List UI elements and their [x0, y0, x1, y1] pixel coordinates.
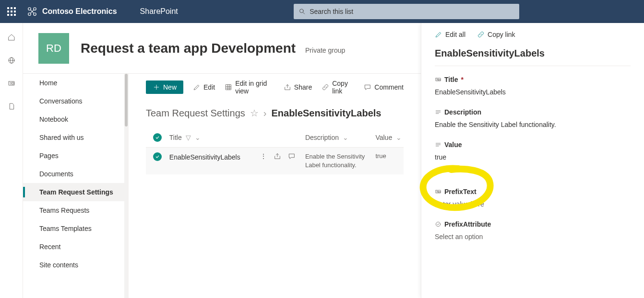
field-description: Description Enable the Sensitivity Label… — [435, 108, 631, 128]
comment-row-icon[interactable] — [288, 152, 296, 161]
link-icon — [477, 31, 485, 38]
field-prefixattribute-placeholder[interactable]: Select an option — [435, 233, 631, 241]
suite-bar: Contoso Electronics SharePoint — [0, 0, 644, 23]
chevron-down-icon[interactable]: ⌄ — [396, 134, 402, 141]
edit-grid-label: Edit in grid view — [235, 80, 274, 95]
edit-label: Edit — [203, 83, 215, 91]
svg-rect-14 — [12, 82, 13, 84]
news-icon[interactable] — [7, 79, 16, 88]
col-title-header[interactable]: Title — [169, 134, 182, 141]
chevron-right-icon: › — [263, 108, 267, 119]
comment-icon — [364, 83, 371, 91]
nav-item-recent[interactable]: Recent — [23, 238, 128, 256]
field-title-value[interactable]: EnableSensitivityLabels — [435, 88, 631, 96]
nav-item-pages[interactable]: Pages — [23, 147, 128, 165]
svg-point-32 — [436, 222, 440, 226]
files-icon[interactable] — [7, 102, 16, 111]
svg-text:Abc: Abc — [437, 191, 441, 193]
edit-grid-button[interactable]: Edit in grid view — [225, 80, 274, 95]
field-prefixtext-label: PrefixText — [444, 188, 477, 195]
favorite-star-icon[interactable]: ☆ — [250, 107, 259, 119]
nav-item-site-contents[interactable]: Site contents — [23, 256, 128, 274]
row-title[interactable]: EnableSensitivityLabels — [169, 153, 240, 161]
share-row-icon[interactable] — [274, 152, 281, 161]
copy-link-panel-label: Copy link — [488, 31, 515, 38]
field-prefixattribute-label: PrefixAttribute — [444, 220, 491, 228]
detail-panel: Edit all Copy link EnableSensitivityLabe… — [421, 23, 644, 298]
field-prefixtext-placeholder[interactable]: Enter value here — [435, 200, 631, 208]
field-title: Abc Title * EnableSensitivityLabels — [435, 76, 631, 96]
brand-name: Contoso Electronics — [42, 7, 117, 16]
more-icon[interactable]: ⋮ — [260, 152, 267, 161]
choice-icon — [435, 221, 441, 228]
edit-button[interactable]: Edit — [193, 83, 215, 91]
brand-logo-icon — [27, 6, 37, 17]
link-icon — [322, 83, 329, 91]
field-title-label: Title — [444, 76, 458, 83]
nav-item-shared-with-us[interactable]: Shared with us — [23, 128, 128, 147]
multiline-icon — [435, 141, 441, 148]
search-box[interactable] — [294, 4, 519, 19]
field-value-label: Value — [444, 141, 462, 149]
comment-button[interactable]: Comment — [364, 83, 404, 91]
search-input[interactable] — [310, 8, 514, 15]
col-description-header[interactable]: Description — [305, 134, 339, 141]
copy-link-button[interactable]: Copy link — [322, 80, 354, 95]
nav-item-team-request-settings[interactable]: Team Request Settings — [23, 183, 128, 201]
field-prefixattribute: PrefixAttribute Select an option — [435, 220, 631, 241]
home-icon[interactable] — [7, 33, 16, 42]
field-prefixtext: Abc PrefixText Enter value here — [435, 188, 631, 208]
svg-rect-17 — [226, 85, 231, 90]
grid-icon — [225, 83, 232, 91]
copy-link-panel-button[interactable]: Copy link — [477, 31, 515, 38]
table-row[interactable]: EnableSensitivityLabels ⋮ Enable the Sen… — [146, 148, 404, 174]
edit-all-button[interactable]: Edit all — [435, 31, 465, 38]
list-table: Title ▽ ⌄ Description ⌄ Value ⌄ EnableSe… — [129, 127, 421, 174]
breadcrumb-current: EnableSensitivityLabels — [271, 108, 381, 119]
pencil-icon — [193, 83, 201, 91]
breadcrumb: Team Request Settings ☆ › EnableSensitiv… — [129, 101, 421, 127]
nav-item-documents[interactable]: Documents — [23, 165, 128, 183]
globe-icon[interactable] — [7, 56, 16, 65]
select-all-toggle[interactable] — [153, 133, 162, 142]
site-title[interactable]: Request a team app Development — [81, 41, 296, 56]
row-select-toggle[interactable] — [153, 152, 162, 161]
new-button[interactable]: New — [146, 80, 183, 94]
nav-item-teams-templates[interactable]: Teams Templates — [23, 219, 128, 238]
field-description-label: Description — [444, 108, 481, 116]
app-name[interactable]: SharePoint — [140, 7, 178, 16]
field-value: Value true — [435, 141, 631, 161]
nav-item-notebook[interactable]: Notebook — [23, 110, 128, 128]
main-content: New Edit Edit in grid view Share Copy li… — [129, 74, 421, 298]
svg-point-6 — [300, 9, 304, 13]
nav-item-home[interactable]: Home — [23, 74, 128, 92]
field-value-value[interactable]: true — [435, 153, 631, 161]
filter-icon[interactable]: ▽ — [186, 134, 191, 141]
table-header: Title ▽ ⌄ Description ⌄ Value ⌄ — [146, 127, 404, 148]
chevron-down-icon[interactable]: ⌄ — [343, 134, 348, 141]
row-description: Enable the Sensitivity Label functionali… — [305, 152, 375, 170]
left-rail — [0, 23, 23, 298]
breadcrumb-list[interactable]: Team Request Settings — [146, 108, 245, 119]
share-label: Share — [294, 83, 312, 91]
col-value-header[interactable]: Value — [375, 134, 392, 141]
nav-item-conversations[interactable]: Conversations — [23, 92, 128, 110]
multiline-icon — [435, 109, 441, 115]
svg-rect-11 — [9, 81, 14, 85]
nav-item-teams-requests[interactable]: Teams Requests — [23, 201, 128, 219]
chevron-down-icon[interactable]: ⌄ — [195, 134, 201, 141]
scrollbar[interactable] — [124, 74, 128, 298]
copy-link-label: Copy link — [332, 80, 354, 95]
field-description-value[interactable]: Enable the Sensitivity Label functionali… — [435, 121, 631, 128]
pencil-icon — [435, 31, 442, 38]
app-launcher-icon[interactable] — [0, 0, 23, 23]
panel-item-title: EnableSensitivityLabels — [435, 45, 631, 66]
share-button[interactable]: Share — [284, 83, 312, 91]
site-logo[interactable]: RD — [38, 33, 69, 64]
plus-icon — [153, 83, 160, 91]
command-bar: New Edit Edit in grid view Share Copy li… — [129, 74, 421, 101]
share-icon — [284, 83, 291, 91]
text-field-icon: Abc — [435, 188, 441, 195]
svg-line-7 — [303, 12, 304, 14]
text-field-icon: Abc — [435, 76, 441, 83]
